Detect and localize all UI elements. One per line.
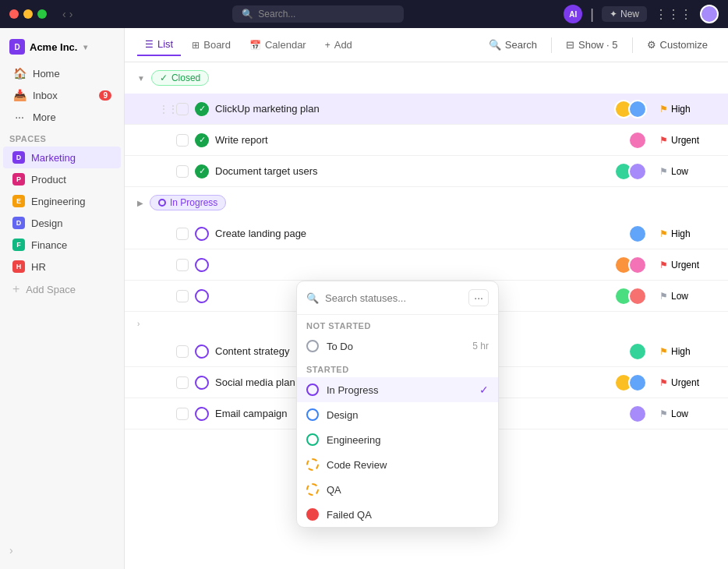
in-progress-status-icon xyxy=(306,383,319,396)
close-dot[interactable] xyxy=(9,9,19,19)
closed-toggle-icon: ▼ xyxy=(137,74,145,83)
sidebar-item-design[interactable]: D Design xyxy=(3,212,121,234)
sidebar-item-finance[interactable]: F Finance xyxy=(3,234,121,256)
task-list-content: ▼ ✓ Closed ⋮⋮ ✓ ClickUp marketing plan xyxy=(125,62,728,569)
user-avatar[interactable] xyxy=(700,5,719,23)
code-review-status-icon xyxy=(306,458,319,471)
hr-space-dot: H xyxy=(12,260,25,273)
nav-right: 🔍 Search ⊟ Show · 5 ⚙ Customize xyxy=(481,35,716,55)
task-checkbox[interactable] xyxy=(176,290,189,302)
add-tab-icon: + xyxy=(325,40,330,51)
table-row[interactable]: Create landing page ⚑ High xyxy=(125,218,728,249)
priority-flag-icon: ⚑ xyxy=(659,346,668,357)
add-icon: + xyxy=(12,282,19,296)
tab-list[interactable]: ☰ List xyxy=(137,34,181,56)
tab-calendar[interactable]: 📅 Calendar xyxy=(242,34,314,55)
task-name: Document target users xyxy=(215,165,608,177)
board-icon: ⊞ xyxy=(192,40,200,51)
search-placeholder: Search... xyxy=(258,9,295,19)
task-name: ClickUp marketing plan xyxy=(215,103,608,115)
avatar xyxy=(628,373,647,392)
task-priority: ⚑ High xyxy=(653,346,716,357)
dropdown-search-icon: 🔍 xyxy=(306,292,319,304)
priority-flag-icon: ⚑ xyxy=(659,166,668,177)
list-icon: ☰ xyxy=(145,39,154,50)
status-item-qa[interactable]: QA xyxy=(297,477,498,502)
minimize-dot[interactable] xyxy=(23,9,33,19)
in-progress-section-header[interactable]: ▶ In Progress xyxy=(125,187,728,218)
sidebar-item-inbox[interactable]: 📥 Inbox 9 xyxy=(3,84,121,106)
show-button[interactable]: ⊟ Show · 5 xyxy=(558,35,626,55)
task-priority: ⚑ Urgent xyxy=(653,260,716,270)
main-content: ☰ List ⊞ Board 📅 Calendar + Add 🔍 Search xyxy=(125,28,728,569)
ai-avatar[interactable]: AI xyxy=(564,5,582,23)
status-item-failed-qa[interactable]: Failed QA xyxy=(297,502,498,527)
search-button[interactable]: 🔍 Search xyxy=(481,35,545,55)
table-row[interactable]: ⋮⋮ ✓ ClickUp marketing plan ⚑ High xyxy=(125,94,728,125)
status-dropdown: 🔍 ··· NOT STARTED To Do 5 hr STARTED In … xyxy=(296,281,499,528)
not-started-label: NOT STARTED xyxy=(297,315,498,334)
table-row[interactable]: ✓ Write report ⚑ Urgent xyxy=(125,125,728,156)
status-item-in-progress[interactable]: In Progress ✓ xyxy=(297,377,498,402)
sidebar-item-product[interactable]: P Product xyxy=(3,168,121,190)
task-status-icon xyxy=(195,407,209,421)
workspace-header[interactable]: D Acme Inc. ▾ xyxy=(0,34,124,59)
table-row[interactable]: ✓ Document target users ⚑ Low xyxy=(125,156,728,187)
maximize-dot[interactable] xyxy=(37,9,47,19)
sidebar-item-engineering[interactable]: E Engineering xyxy=(3,190,121,212)
task-checkbox[interactable] xyxy=(176,228,189,240)
task-checkbox[interactable] xyxy=(176,376,189,389)
priority-flag-icon: ⚑ xyxy=(659,104,668,115)
task-avatars xyxy=(628,342,647,361)
grid-icon[interactable]: ⋮⋮⋮ xyxy=(655,7,692,22)
new-button[interactable]: ✦ New xyxy=(602,6,647,22)
closed-status-badge: ✓ Closed xyxy=(151,70,209,86)
tab-board[interactable]: ⊞ Board xyxy=(184,34,239,55)
status-item-todo[interactable]: To Do 5 hr xyxy=(297,334,498,359)
design-status-icon xyxy=(306,408,319,421)
dropdown-more-button[interactable]: ··· xyxy=(468,289,489,306)
dropdown-search-input[interactable] xyxy=(325,292,462,304)
priority-flag-icon: ⚑ xyxy=(659,408,668,419)
status-item-engineering[interactable]: Engineering xyxy=(297,427,498,452)
customize-button[interactable]: ⚙ Customize xyxy=(639,35,716,55)
task-checkbox[interactable] xyxy=(176,103,189,115)
second-toggle-icon: › xyxy=(137,320,140,328)
table-row[interactable]: ⚑ Urgent xyxy=(125,249,728,281)
task-avatars xyxy=(614,100,647,118)
task-checkbox[interactable] xyxy=(176,165,189,178)
sidebar-collapse-btn[interactable]: › xyxy=(0,538,124,563)
add-space-button[interactable]: + Add Space xyxy=(3,277,121,301)
task-checkbox[interactable] xyxy=(176,345,189,358)
sidebar-item-home[interactable]: 🏠 Home xyxy=(3,62,121,84)
task-checkbox[interactable] xyxy=(176,259,189,271)
nav-arrows[interactable]: ‹ › xyxy=(62,8,72,20)
task-checkbox[interactable] xyxy=(176,408,189,420)
in-progress-toggle-icon: ▶ xyxy=(137,199,143,207)
titlebar: ‹ › 🔍 Search... AI | ✦ New ⋮⋮⋮ xyxy=(0,0,728,28)
sidebar-item-more[interactable]: ··· More xyxy=(3,106,121,128)
nav-divider-2 xyxy=(632,37,633,53)
back-icon[interactable]: ‹ xyxy=(62,8,66,20)
drag-handle-icon[interactable]: ⋮⋮ xyxy=(159,104,170,115)
closed-section-header[interactable]: ▼ ✓ Closed xyxy=(125,62,728,94)
task-status-icon: ✓ xyxy=(195,133,209,147)
avatar xyxy=(628,256,647,274)
sidebar-item-hr[interactable]: H HR xyxy=(3,256,121,277)
todo-status-icon xyxy=(306,340,319,352)
sidebar-item-marketing[interactable]: D Marketing xyxy=(3,147,121,168)
task-avatars xyxy=(614,162,647,181)
top-nav: ☰ List ⊞ Board 📅 Calendar + Add 🔍 Search xyxy=(125,28,728,62)
avatar xyxy=(628,224,647,243)
sidebar: D Acme Inc. ▾ 🏠 Home 📥 Inbox 9 ··· More … xyxy=(0,28,125,569)
task-checkbox[interactable] xyxy=(176,134,189,147)
task-status-icon: ✓ xyxy=(195,164,209,178)
qa-status-icon xyxy=(306,483,319,496)
in-progress-status-badge: In Progress xyxy=(150,195,226,210)
task-priority: ⚑ High xyxy=(653,104,716,115)
status-item-design[interactable]: Design xyxy=(297,402,498,427)
global-search-bar[interactable]: 🔍 Search... xyxy=(232,5,404,23)
status-item-code-review[interactable]: Code Review xyxy=(297,452,498,477)
tab-add[interactable]: + Add xyxy=(317,34,360,55)
task-status-icon xyxy=(195,289,209,303)
